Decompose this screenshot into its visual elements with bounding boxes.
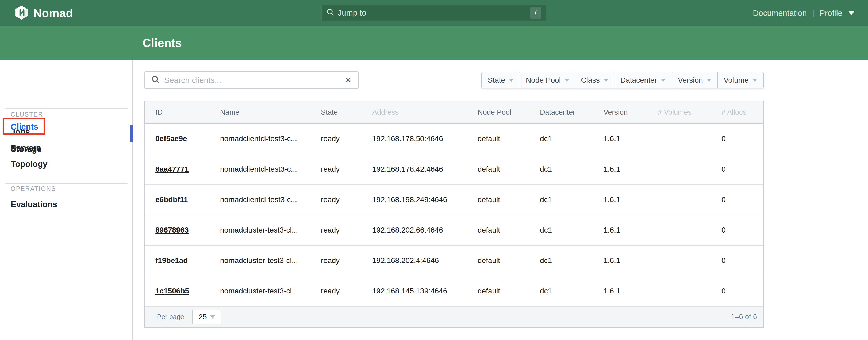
nomad-brand[interactable]: Nomad	[15, 5, 73, 21]
client-id-link[interactable]: e6bdbf11	[155, 185, 188, 215]
table-header-row: ID Name State Address Node Pool Datacent…	[145, 101, 763, 124]
client-name: nomadcluster-test3-cl...	[220, 215, 298, 245]
client-node-pool: default	[477, 185, 500, 215]
table-row[interactable]: 0ef5ae9e nomadclientcl-test3-c... ready …	[145, 124, 763, 154]
column-header-datacenter[interactable]: Datacenter	[540, 101, 575, 124]
client-state: ready	[321, 185, 340, 215]
client-id-link[interactable]: 6aa47771	[155, 154, 189, 184]
client-node-pool: default	[477, 124, 500, 154]
client-version: 1.6.1	[603, 246, 620, 276]
client-address: 192.168.202.66:4646	[372, 215, 443, 245]
filter-dropdown-button[interactable]: Node Pool	[520, 72, 576, 89]
navbar-right-links: Documentation | Profile	[753, 0, 855, 26]
client-address: 192.168.178.50:4646	[372, 124, 443, 154]
documentation-link[interactable]: Documentation	[753, 8, 807, 18]
column-header-allocs: # Allocs	[721, 101, 746, 124]
table-row[interactable]: 6aa47771 nomadclientcl-test3-c... ready …	[145, 154, 763, 185]
filter-label-version: Version	[678, 76, 703, 85]
filter-dropdown-button[interactable]: Class	[576, 72, 614, 89]
client-name: nomadcluster-test3-cl...	[220, 246, 298, 276]
client-datacenter: dc1	[540, 124, 552, 154]
client-state: ready	[321, 215, 340, 245]
jump-to-placeholder: Jump to	[338, 8, 530, 18]
chevron-down-icon[interactable]	[848, 11, 855, 15]
clients-table: ID Name State Address Node Pool Datacent…	[145, 100, 764, 328]
sidebar-heading-cluster: CLUSTER	[11, 111, 43, 118]
red-highlight-box	[3, 118, 45, 135]
client-address: 192.168.145.139:4646	[372, 276, 447, 306]
table-row[interactable]: 1c1506b5 nomadcluster-test3-cl... ready …	[145, 276, 763, 307]
search-clients-input[interactable]: Search clients... ✕	[145, 71, 359, 89]
column-header-node-pool[interactable]: Node Pool	[477, 101, 511, 124]
client-node-pool: default	[477, 276, 500, 306]
divider	[5, 183, 128, 184]
client-allocs: 0	[721, 185, 726, 215]
client-name: nomadclientcl-test3-c...	[220, 154, 297, 184]
client-name: nomadclientcl-test3-c...	[220, 185, 297, 215]
chevron-down-icon	[509, 79, 514, 82]
slash-shortcut-badge: /	[530, 7, 541, 19]
client-id-link[interactable]: f19be1ad	[155, 246, 188, 276]
client-address: 192.168.178.42:4646	[372, 154, 443, 184]
client-state: ready	[321, 276, 340, 306]
client-node-pool: default	[477, 215, 500, 245]
brand-name: Nomad	[33, 7, 73, 20]
search-placeholder: Search clients...	[164, 75, 345, 85]
per-page-label: Per page	[157, 307, 184, 327]
column-header-volumes: # Volumes	[658, 101, 691, 124]
filter-label-node-pool: Node Pool	[526, 76, 561, 85]
sidebar-item-topology[interactable]: Topology	[11, 159, 47, 169]
client-id-link[interactable]: 1c1506b5	[155, 276, 189, 306]
pagination-range: 1–6 of 6	[731, 307, 757, 327]
sidebar-item-servers[interactable]: Servers	[11, 143, 41, 153]
filter-label-datacenter: Datacenter	[620, 76, 657, 85]
chevron-down-icon	[707, 79, 712, 82]
chevron-down-icon	[564, 79, 569, 82]
filter-dropdown-button[interactable]: Volume	[718, 72, 764, 89]
divider	[5, 108, 128, 109]
client-allocs: 0	[721, 124, 726, 154]
client-version: 1.6.1	[603, 124, 620, 154]
table-row[interactable]: 89678963 nomadcluster-test3-cl... ready …	[145, 215, 763, 246]
table-row[interactable]: e6bdbf11 nomadclientcl-test3-c... ready …	[145, 185, 763, 215]
search-icon	[327, 8, 335, 18]
filter-dropdown-button[interactable]: Datacenter	[614, 72, 672, 89]
page-subheader	[0, 26, 868, 60]
chevron-down-icon	[752, 79, 757, 82]
chevron-down-icon	[661, 79, 665, 82]
column-header-state[interactable]: State	[321, 101, 338, 124]
client-allocs: 0	[721, 215, 726, 245]
filter-dropdown-button[interactable]: Version	[672, 72, 718, 89]
client-version: 1.6.1	[603, 154, 620, 184]
client-id-link[interactable]: 89678963	[155, 215, 189, 245]
jump-to-search-input[interactable]: Jump to /	[321, 4, 546, 21]
client-address: 192.168.198.249:4646	[372, 185, 447, 215]
client-name: nomadclientcl-test3-c...	[220, 124, 297, 154]
sidebar-item-evaluations[interactable]: Evaluations	[11, 200, 57, 209]
client-allocs: 0	[721, 276, 726, 306]
client-state: ready	[321, 246, 340, 276]
navbar-separator: |	[812, 8, 814, 18]
client-datacenter: dc1	[540, 215, 552, 245]
client-state: ready	[321, 154, 340, 184]
top-navbar: Nomad Jump to / Documentation | Profile	[0, 0, 868, 26]
sidebar-heading-operations: OPERATIONS	[11, 185, 56, 192]
client-address: 192.168.202.4:4646	[372, 246, 439, 276]
column-header-id[interactable]: ID	[155, 101, 163, 124]
table-row[interactable]: f19be1ad nomadcluster-test3-cl... ready …	[145, 246, 763, 276]
per-page-select[interactable]: 25	[192, 310, 221, 324]
profile-menu[interactable]: Profile	[819, 8, 842, 18]
client-version: 1.6.1	[603, 215, 620, 245]
column-header-name[interactable]: Name	[220, 101, 239, 124]
table-footer: Per page 25 1–6 of 6	[145, 307, 763, 327]
client-node-pool: default	[477, 154, 500, 184]
client-name: nomadcluster-test3-cl...	[220, 276, 298, 306]
client-datacenter: dc1	[540, 246, 552, 276]
client-id-link[interactable]: 0ef5ae9e	[155, 124, 187, 154]
filter-label-volume: Volume	[723, 76, 748, 85]
filter-label-class: Class	[581, 76, 599, 85]
filter-dropdown-button[interactable]: State	[481, 72, 520, 89]
close-icon[interactable]: ✕	[345, 76, 352, 84]
column-header-version[interactable]: Version	[603, 101, 628, 124]
client-node-pool: default	[477, 246, 500, 276]
